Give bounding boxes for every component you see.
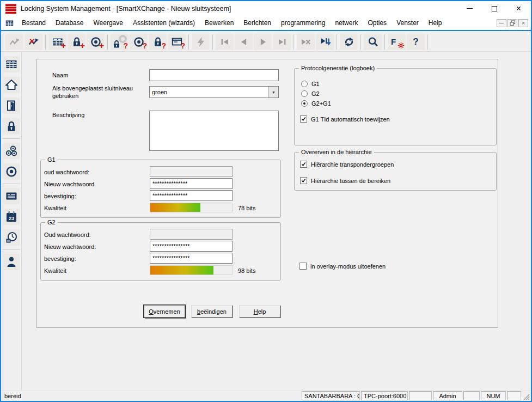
read-reader-button[interactable]: ? [168, 34, 186, 50]
toolbar-separator [384, 34, 385, 50]
hierarchie-bereiken-label: Hiërarchie tussen de bereiken [311, 178, 390, 184]
g1-radio[interactable] [301, 81, 308, 87]
help-button[interactable]: ? [407, 34, 425, 50]
disconnect-button[interactable]: × [25, 34, 42, 50]
mdi-minimize-button[interactable] [497, 19, 506, 27]
jump-record-button[interactable] [316, 34, 334, 50]
sidebar-item-calendar[interactable] [3, 209, 20, 225]
mdi-restore-button[interactable] [507, 19, 517, 27]
beschrijving-textarea[interactable] [149, 111, 279, 151]
sidebar-item-door[interactable] [3, 98, 20, 114]
g1-oud-input [150, 166, 233, 177]
last-record-button[interactable] [273, 34, 291, 50]
menu-help[interactable]: Help [424, 17, 447, 28]
sidebar-item-schedule[interactable] [3, 188, 20, 204]
radio-row-g2g1: G2+G1 [301, 100, 331, 107]
overlay-label: in overlay-modus uitoefenen [310, 263, 386, 270]
menu-database[interactable]: Database [51, 17, 88, 28]
cancel-navigation-button[interactable] [297, 34, 315, 50]
tid-checkbox[interactable] [300, 115, 307, 123]
g2-nieuw-input[interactable] [150, 241, 233, 252]
maximize-button[interactable] [482, 1, 506, 16]
jump-record-icon [319, 36, 331, 48]
sidebar-item-time-zone[interactable] [3, 229, 20, 246]
toolbar-separator [212, 34, 213, 50]
radio-row-g2: G2 [301, 90, 320, 97]
naam-input[interactable] [149, 69, 279, 81]
hierarchie-groepen-row: Hiërarchie transpondergroepen [300, 161, 394, 168]
overlay-checkbox[interactable] [299, 263, 307, 270]
g1-bevestiging-input[interactable] [150, 190, 233, 201]
menu-venster[interactable]: Venster [392, 17, 424, 28]
hierarchie-bereiken-row: Hiërarchie tussen de bereiken [300, 177, 390, 184]
g2-bevestiging-input[interactable] [150, 253, 233, 264]
beeindigen-button[interactable]: beëindigen [191, 305, 233, 318]
program-button[interactable] [192, 34, 210, 50]
menu-weergave[interactable]: Weergave [88, 17, 127, 28]
help-form-button[interactable]: Help [239, 305, 280, 318]
check-icon [301, 117, 306, 121]
sluitniveau-value: groen [150, 89, 268, 95]
new-locking-system-button[interactable]: + [48, 34, 66, 50]
previous-record-icon [238, 36, 250, 48]
menu-assistenten[interactable]: Assistenten (wizards) [128, 17, 200, 28]
read-lock-button[interactable]: ? [111, 34, 129, 50]
g1-quality-fill [150, 203, 200, 212]
chevron-down-icon[interactable]: ▼ [268, 87, 278, 98]
g2-radio[interactable] [301, 90, 308, 97]
close-button[interactable]: × [506, 1, 531, 16]
check-icon [301, 162, 306, 167]
close-icon: × [516, 4, 521, 13]
menu-bestand[interactable]: Bestand [17, 17, 51, 28]
menu-opties[interactable]: Opties [363, 17, 392, 28]
toolbar-separator [337, 34, 337, 50]
new-lock-button[interactable]: + [68, 34, 85, 50]
sidebar-item-transponder[interactable] [3, 163, 20, 180]
menu-programmering[interactable]: programmering [276, 17, 330, 28]
resize-grip[interactable] [522, 393, 530, 400]
sidebar-item-person[interactable] [3, 254, 20, 270]
filter-settings-button[interactable]: F [388, 34, 406, 50]
sidebar-item-lock[interactable] [3, 118, 20, 135]
sidebar-item-matrix[interactable] [3, 56, 20, 72]
hierarchie-groepen-checkbox[interactable] [300, 161, 307, 168]
g2-oud-input [150, 229, 233, 240]
previous-record-button[interactable] [235, 34, 253, 50]
transponder-icon [5, 165, 18, 178]
g2-quality-fill [150, 266, 213, 275]
menu-netwerk[interactable]: netwerk [330, 17, 363, 28]
sidebar-separator [3, 138, 20, 139]
search-button[interactable] [364, 34, 382, 50]
next-record-button[interactable] [254, 34, 272, 50]
g1-radio-label: G1 [311, 81, 320, 87]
g1-group: G1 oud wachtwoord: Nieuw wachtwoord beve… [40, 160, 281, 218]
read-transponder-button[interactable]: ? [130, 34, 148, 50]
new-transponder-button[interactable]: + [87, 34, 105, 50]
form-panel: Naam Als bovengeplaatst sluitniveau gebr… [36, 59, 498, 328]
minimize-button[interactable] [457, 1, 482, 16]
g2-radio-label: G2 [311, 90, 320, 97]
document-icon [4, 19, 15, 28]
overnemen-button[interactable]: Overnemen [144, 305, 185, 318]
g1-kwaliteit-label: Kwaliteit [44, 205, 66, 211]
g1-nieuw-input[interactable] [150, 178, 233, 189]
calendar-icon [5, 210, 18, 223]
menu-berichten[interactable]: Berichten [239, 17, 276, 28]
title-bar: Locking System Management - [SmartXChang… [1, 1, 531, 16]
g1-group-title: G1 [45, 156, 58, 163]
read-lock-2-button[interactable]: ? [149, 34, 167, 50]
app-logo-icon [4, 3, 17, 14]
first-record-button[interactable] [216, 34, 234, 50]
hierarchie-bereiken-checkbox[interactable] [300, 177, 307, 184]
toolbar-separator [45, 34, 46, 50]
sidebar-item-transponder-group[interactable] [3, 143, 20, 159]
sluitniveau-combobox[interactable]: groen ▼ [149, 86, 279, 98]
toolbar-separator [293, 34, 294, 50]
mdi-close-button[interactable]: × [518, 19, 528, 27]
clock-icon [5, 231, 18, 244]
connect-button[interactable] [5, 34, 23, 50]
menu-bewerken[interactable]: Bewerken [200, 17, 239, 28]
sidebar-item-home[interactable] [3, 77, 20, 93]
g2g1-radio[interactable] [301, 100, 308, 107]
refresh-button[interactable] [340, 34, 358, 50]
